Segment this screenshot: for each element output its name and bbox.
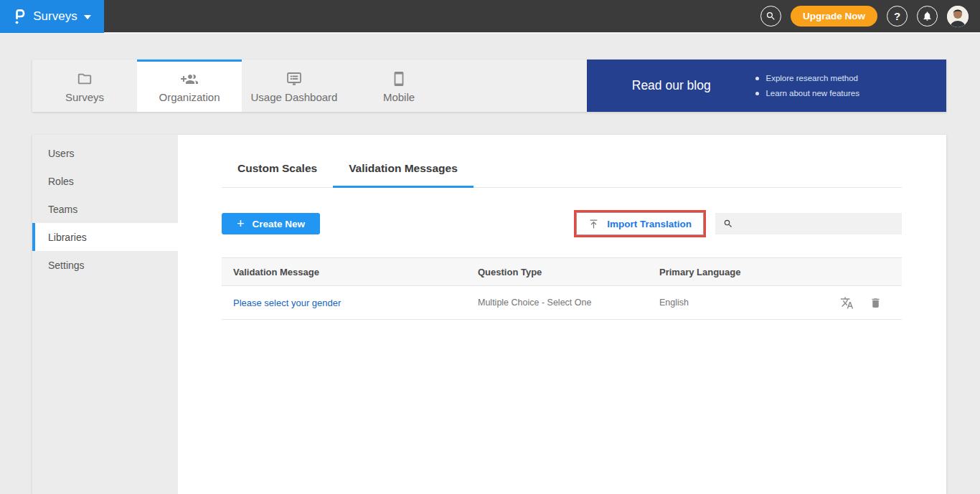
toolbar: + Create New Import Translation bbox=[222, 210, 902, 237]
topbar: Surveys Upgrade Now ? bbox=[0, 0, 980, 34]
create-new-label: Create New bbox=[253, 219, 306, 229]
sidebar-item-libraries[interactable]: Libraries bbox=[32, 223, 178, 251]
dashboard-icon bbox=[286, 71, 303, 87]
table-header-row: Validation Message Question Type Primary… bbox=[222, 257, 902, 286]
sidebar-item-label: Settings bbox=[48, 260, 85, 271]
question-type-cell: Multiple Choice - Select One bbox=[478, 298, 659, 308]
bell-icon bbox=[922, 11, 933, 22]
nav-tab-surveys[interactable]: Surveys bbox=[32, 60, 137, 112]
validation-messages-table: Validation Message Question Type Primary… bbox=[222, 257, 902, 320]
question-mark-icon: ? bbox=[894, 10, 900, 22]
sidebar-item-label: Users bbox=[48, 148, 75, 159]
delete-icon[interactable] bbox=[870, 297, 882, 309]
primary-language-cell: English bbox=[659, 298, 840, 308]
sidebar-item-users[interactable]: Users bbox=[32, 139, 178, 167]
search-box[interactable] bbox=[715, 213, 902, 234]
translate-icon[interactable] bbox=[840, 296, 854, 310]
tab-validation-messages[interactable]: Validation Messages bbox=[333, 162, 473, 188]
nav-tab-organization[interactable]: Organization bbox=[137, 60, 242, 112]
sidebar-item-label: Teams bbox=[48, 204, 77, 215]
column-header-question-type: Question Type bbox=[478, 267, 659, 277]
nav-tab-label: Usage Dashboard bbox=[251, 91, 338, 103]
search-icon bbox=[765, 11, 776, 22]
column-header-validation-message: Validation Message bbox=[233, 267, 478, 277]
sidebar-item-label: Libraries bbox=[48, 232, 87, 243]
sidebar-item-settings[interactable]: Settings bbox=[32, 251, 178, 279]
nav-tab-mobile[interactable]: Mobile bbox=[347, 60, 451, 112]
create-new-button[interactable]: + Create New bbox=[222, 213, 320, 234]
libraries-tabs: Custom Scales Validation Messages bbox=[222, 162, 902, 188]
org-sidebar: Users Roles Teams Libraries Settings bbox=[32, 135, 178, 494]
toolbar-right: Import Translation bbox=[574, 210, 902, 237]
sidebar-item-label: Roles bbox=[48, 176, 74, 187]
folder-icon bbox=[77, 71, 93, 87]
row-actions bbox=[840, 296, 902, 310]
blog-bullet: Explore research method bbox=[755, 74, 859, 82]
nav-tab-label: Surveys bbox=[65, 91, 104, 103]
search-input[interactable] bbox=[740, 219, 894, 229]
column-header-primary-language: Primary Language bbox=[659, 267, 902, 277]
blog-banner-title: Read our blog bbox=[587, 78, 755, 93]
brand-logo-icon bbox=[13, 7, 27, 26]
page: Surveys Upgrade Now ? bbox=[0, 0, 980, 494]
nav-tab-label: Organization bbox=[159, 91, 220, 103]
product-name: Surveys bbox=[33, 9, 77, 24]
import-translation-label: Import Translation bbox=[607, 219, 692, 229]
global-search-button[interactable] bbox=[760, 6, 781, 27]
primary-nav: Surveys Organization Usage Dashboard bbox=[32, 60, 946, 112]
libraries-content: Custom Scales Validation Messages + Crea… bbox=[178, 135, 946, 494]
blog-bullet: Learn about new features bbox=[755, 89, 859, 98]
product-switcher[interactable]: Surveys bbox=[0, 0, 104, 33]
blog-banner-bullets: Explore research method Learn about new … bbox=[755, 74, 859, 98]
smartphone-icon bbox=[391, 71, 407, 87]
upgrade-now-button[interactable]: Upgrade Now bbox=[791, 6, 877, 27]
search-icon bbox=[723, 219, 733, 229]
plus-icon: + bbox=[237, 217, 245, 232]
notifications-button[interactable] bbox=[917, 6, 938, 27]
import-translation-button[interactable]: Import Translation bbox=[576, 212, 704, 235]
tab-custom-scales[interactable]: Custom Scales bbox=[222, 162, 333, 188]
nav-tab-usage-dashboard[interactable]: Usage Dashboard bbox=[242, 60, 347, 112]
annotation-highlight-box: Import Translation bbox=[574, 210, 706, 237]
avatar[interactable] bbox=[947, 6, 969, 27]
topbar-actions: Upgrade Now ? bbox=[760, 6, 980, 27]
help-button[interactable]: ? bbox=[887, 6, 908, 27]
upload-icon bbox=[588, 219, 599, 229]
nav-tab-label: Mobile bbox=[383, 91, 415, 103]
sidebar-item-teams[interactable]: Teams bbox=[32, 195, 178, 223]
organization-panel: Users Roles Teams Libraries Settings Cus… bbox=[32, 135, 946, 494]
sidebar-item-roles[interactable]: Roles bbox=[32, 167, 178, 195]
blog-banner[interactable]: Read our blog Explore research method Le… bbox=[587, 60, 946, 112]
group-add-icon bbox=[181, 71, 198, 87]
chevron-down-icon bbox=[84, 15, 91, 19]
table-row: Please select your gender Multiple Choic… bbox=[222, 286, 902, 320]
primary-nav-tabs: Surveys Organization Usage Dashboard bbox=[32, 60, 587, 112]
validation-message-link[interactable]: Please select your gender bbox=[233, 298, 341, 308]
